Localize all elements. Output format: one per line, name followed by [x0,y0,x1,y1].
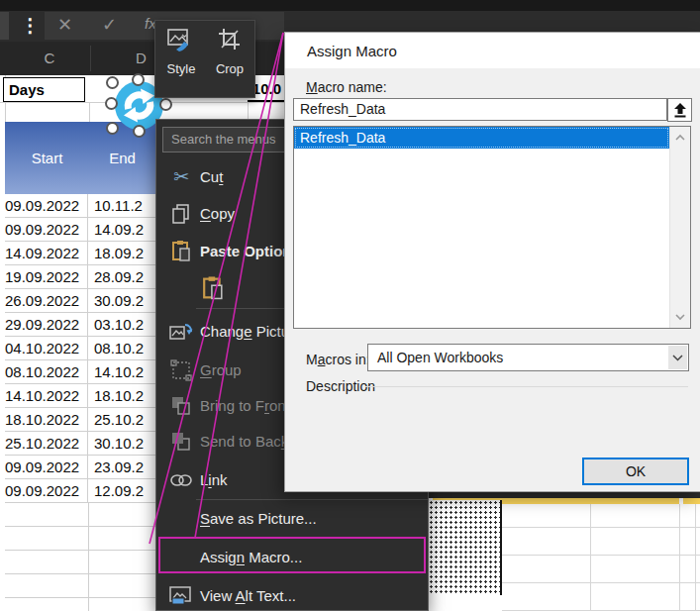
start-cell[interactable]: 04.10.2022 [5,337,88,359]
table-row[interactable]: 09.09.202223.09.2 [5,456,155,479]
end-cell[interactable]: 10.11.2 [88,194,153,217]
copy-icon [166,195,196,232]
end-cell[interactable]: 18.09.2 [88,242,153,264]
start-cell[interactable]: 19.09.2022 [5,265,88,288]
paste-option-icon [198,269,228,306]
end-cell[interactable]: 03.10.2 [88,313,153,336]
record-button[interactable] [667,98,692,122]
end-cell[interactable]: 30.10.2 [88,432,153,455]
selection-handle[interactable] [105,97,118,110]
gridline [89,103,90,122]
macro-name-input[interactable]: Refresh_Data [293,98,667,121]
up-arrow-icon [673,103,687,118]
menu-item-view-alt-text[interactable]: View Alt Text... [156,577,429,611]
selection-handle[interactable] [159,98,172,111]
empty-cells-grid [5,503,155,611]
style-button[interactable]: Style [158,25,204,93]
scrollbar[interactable] [669,127,690,328]
end-cell[interactable]: 12.09.2 [88,479,153,502]
group-icon [166,352,196,388]
end-cell[interactable]: 28.09.2 [88,265,153,288]
crop-button[interactable]: Crop [207,25,252,93]
bring-to-front-icon [166,387,196,424]
end-cell[interactable]: 08.10.2 [88,337,153,359]
end-cell[interactable]: 14.10.2 [88,360,153,383]
menu-item-save-as-picture[interactable]: Save as Picture... [156,500,429,537]
end-cell[interactable]: 30.09.2 [88,289,153,312]
send-to-back-icon [166,423,196,459]
end-cell[interactable]: 18.10.2 [88,384,153,407]
table-row[interactable]: 25.10.202230.10.2 [5,432,155,456]
start-cell[interactable]: 09.09.2022 [5,479,88,502]
assign-macro-dialog: Assign Macro Macro name: Refresh_Data Re… [284,32,700,492]
more-options-icon[interactable]: ⋮ [21,12,40,40]
gridline [590,504,591,611]
table-row[interactable]: 04.10.202208.10.2 [5,337,155,360]
start-cell[interactable]: 26.09.2022 [5,289,88,312]
patterned-shape-area [429,500,502,595]
table-row[interactable]: 26.09.202230.09.2 [5,289,155,313]
start-cell[interactable]: 08.10.2022 [5,360,88,383]
column-separator [90,46,91,71]
title-strip [0,0,700,11]
table-row[interactable]: 19.09.202228.09.2 [5,265,155,289]
scissors-icon: ✂ [166,158,196,195]
macro-list-item-selected[interactable]: Refresh_Data [294,127,669,149]
scroll-down-icon[interactable] [675,312,685,322]
selection-handle[interactable] [133,125,146,138]
days-header-cell[interactable]: Days [3,77,85,102]
chevron-down-icon[interactable] [668,346,687,369]
macros-in-dropdown[interactable]: All Open Workbooks [367,344,689,371]
table-row[interactable]: 14.09.202218.09.2 [5,242,155,265]
table-row[interactable]: 09.09.202210.11.2 [5,194,155,218]
gridline [502,555,700,556]
cancel-icon[interactable]: ✕ [57,13,72,37]
table-row[interactable]: 29.09.202203.10.2 [5,313,155,337]
gridline [502,527,700,528]
ok-button[interactable]: OK [582,458,689,485]
style-label: Style [167,61,196,76]
dialog-titlebar[interactable]: Assign Macro [285,33,700,68]
macros-in-label: Macros in: [306,352,370,367]
start-column-header[interactable]: Start [5,122,89,194]
gridline [502,582,700,583]
selection-handle[interactable] [132,73,145,86]
start-cell[interactable]: 18.10.2022 [5,408,88,431]
table-row[interactable]: 14.10.202218.10.2 [5,384,155,408]
table-row[interactable]: 09.09.202214.09.2 [5,218,155,242]
start-cell[interactable]: 09.09.2022 [5,456,88,478]
macro-name-label: Macro name: [306,79,387,95]
table-row[interactable]: 18.10.202225.10.2 [5,408,155,432]
picture-style-icon [166,25,196,54]
alt-text-icon [166,577,196,611]
date-table-body: 09.09.202210.11.209.09.202214.09.214.09.… [5,194,155,503]
link-icon [166,461,196,498]
end-cell[interactable]: 14.09.2 [88,218,153,241]
description-divider [365,386,688,387]
column-header-c[interactable]: C [10,42,89,75]
start-cell[interactable]: 14.10.2022 [5,384,88,407]
macro-list[interactable]: Refresh_Data [293,126,691,329]
gridline [679,504,680,611]
scroll-up-icon[interactable] [675,133,685,143]
start-cell[interactable]: 14.09.2022 [5,242,88,264]
end-cell[interactable]: 23.09.2 [88,456,153,478]
table-row[interactable]: 08.10.202214.10.2 [5,360,155,384]
macros-in-value: All Open Workbooks [377,345,503,370]
crop-icon [218,25,242,54]
table-row[interactable]: 09.09.202212.09.2 [5,479,155,503]
start-cell[interactable]: 09.09.2022 [5,218,88,241]
end-cell[interactable]: 25.10.2 [88,408,153,431]
gridline [88,503,89,611]
sheet-bottom-right [429,492,700,611]
change-picture-icon [166,313,196,350]
start-cell[interactable]: 09.09.2022 [5,194,88,217]
start-cell[interactable]: 25.10.2022 [5,432,88,455]
selection-handle[interactable] [106,76,119,89]
start-cell[interactable]: 29.09.2022 [5,313,88,336]
enter-icon[interactable]: ✓ [102,13,117,37]
picture-mini-toolbar: Style Crop [154,20,255,98]
selection-handle[interactable] [106,122,119,135]
excel-window: ⋮ ✕ ✓ fx C D Days 10.0 Start End 09.09.2… [0,0,700,611]
crop-label: Crop [216,61,244,76]
